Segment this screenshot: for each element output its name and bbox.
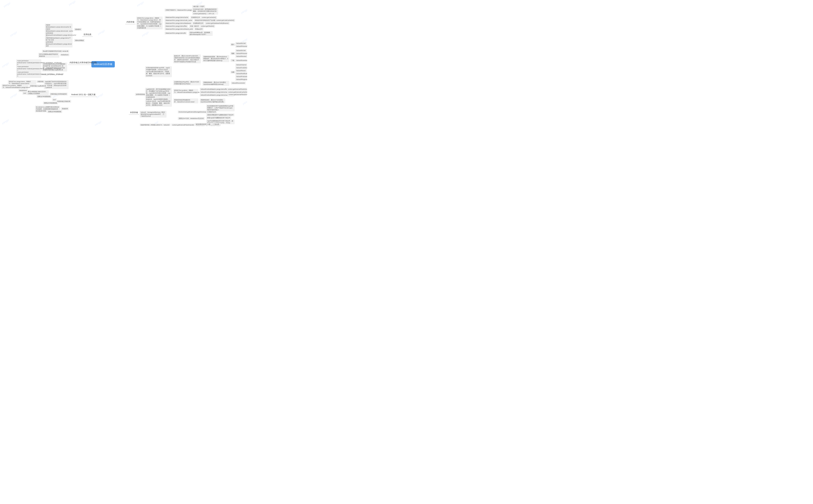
leaf: 返回的数组有两个元素，一个是自带外部存储存储，另一个是刚插入的SD卡	[195, 123, 221, 126]
leaf: 自带外部存储/sdcard/Android/data/cn.yangyi.dem…	[45, 41, 72, 47]
leaf: /data/user/0/cn.yangyi.demo/lib	[164, 32, 187, 35]
leaf: 外部存储之其他目录	[56, 100, 71, 103]
branch-external[interactable]: 外部存储	[129, 110, 139, 115]
leaf: 存放数据库文件	[192, 22, 205, 25]
leaf: /data/user/0/cn.yangyi.demo/code_cache	[164, 19, 193, 22]
leaf: /sdcard/Audiobooks/	[235, 66, 247, 69]
leaf: App自身产生的文件应该存放在自己的目录下，App无需申请访问权限即可申请，其他…	[44, 80, 69, 89]
leaf: 存放运行时代码优化等产生的缓存	[194, 19, 218, 22]
leaf: /data/user/0/cn.yangyi.demo/databases	[164, 22, 192, 25]
leaf: 文档和其他文件(pdf等)，通过SAF访问并获取到被访问文件的uri	[173, 80, 201, 85]
leaf: 清除应用数据时不会删除该路径下的文件	[206, 113, 235, 116]
leaf: /data/user/0/cn.yangyi.demo/shared_prefs	[164, 28, 194, 31]
leaf: /sdcard/Pictures/	[235, 52, 247, 55]
leaf: files表中存放着共享文件信息	[42, 50, 63, 53]
watermark: yangyi	[1, 62, 9, 68]
edge-layer	[0, 0, 49, 24]
leaf: /sdcard/Movies/	[235, 55, 247, 58]
leaf: 外部存储之共享存储空间	[50, 93, 68, 96]
leaf: 直接构造路径，通过SAF访问(通过InputStream转化为最终输出的结果)	[200, 98, 226, 103]
leaf: 需要运行时权限授权	[43, 102, 58, 104]
leaf: 0表示第一个用户	[192, 5, 205, 8]
branch-internal[interactable]: 内部存储	[125, 20, 135, 24]
leaf: 需要运行时权限授权	[36, 95, 52, 98]
leaf: /sdcard/Pictures/	[235, 45, 247, 48]
leaf: context.getFilesDir()	[200, 25, 215, 28]
watermark: yangyi	[10, 31, 18, 37]
leaf: MediaStore	[60, 53, 69, 56]
leaf: MediaStore	[18, 89, 28, 92]
watermark: yangyi	[3, 2, 11, 8]
leaf: 需通过SAF访问，MediaStore无法访问	[178, 117, 205, 120]
leaf: /sdcard/Documents/	[231, 82, 246, 84]
leaf: 音频	[231, 71, 235, 74]
node-clear-all[interactable]: 清除全部数据	[74, 39, 85, 42]
leaf: /sdcard/Notifications/	[235, 72, 247, 75]
leaf: context.getCodeCacheDir()	[216, 19, 235, 22]
leaf: context.getExternalFilesDir(null);	[227, 88, 247, 91]
leaf: /data/user/0/cn.yangyi.demo/cache	[164, 16, 189, 19]
leaf: 其他目录	[61, 107, 69, 110]
watermark: yangyi	[94, 120, 102, 126]
leaf: context.getDataDir() — API>=24	[192, 12, 215, 15]
leaf: 存放sp文件	[194, 28, 204, 31]
leaf: 系统或其他应用创建的目录，/sdcard/com.tencent.news/	[173, 98, 198, 103]
branch-app-info[interactable]: 应用信息	[82, 32, 93, 37]
leaf: context.getCacheDir()	[201, 16, 217, 19]
leaf: 需要运行时权限授权	[47, 110, 62, 113]
leaf: 存放缓存文件	[190, 16, 201, 19]
leaf: 设包名为cn.yy.demo，则路径为：/sdcard/Android/data…	[2, 84, 28, 89]
leaf: SAF	[22, 92, 27, 95]
leaf: 卸载App也不能删除该目录下的文件	[206, 116, 231, 119]
watermark: yangyi	[136, 1, 144, 7]
leaf: /sdcard/Podcasts/	[235, 75, 247, 78]
leaf: /sdcard/Android/data/cn.yangyi.demo/file…	[200, 88, 229, 91]
branch-shared-read[interactable]: 内部存储之共享存储空间的读取	[68, 61, 98, 65]
leaf: context.getExternalFilesDirs(null);	[171, 123, 195, 126]
leaf: <uses-permission android:name="android.p…	[16, 71, 41, 78]
leaf: 视频	[231, 52, 235, 55]
leaf: 通过Uri构造输入输出流访问，Uri获取方式有两种	[27, 90, 49, 95]
leaf: 类中记录着files表的字段并目映射别名	[38, 53, 59, 58]
leaf: 设包名为cn.yy.demo，则路径为：/sdcard/Android/data…	[173, 89, 198, 94]
leaf: 设包名为cn.yangyi.demo，则路径为：/data/data/cn.ya…	[136, 17, 162, 29]
leaf: /sdcard/Download/	[235, 59, 247, 62]
watermark: yangyi	[241, 8, 247, 14]
branch-adapt[interactable]: Android 10/11 统一适配方案	[70, 93, 97, 97]
leaf: 方便操作文件	[206, 110, 217, 113]
leaf: /sdcard/DCIM/	[235, 49, 247, 52]
leaf: 直接构造路径，通过SAF访问(通过InputStream最终构造出bitmap)	[202, 81, 229, 86]
leaf: /sdcard/Android/data/cn.yangyi.demo/cach…	[200, 91, 230, 94]
leaf: /sdcard/、/storage/self/primary【真正指向的是/st…	[140, 111, 166, 118]
leaf: /sdcard/Ringtones/	[235, 78, 247, 81]
leaf: App私有目录，用于存储容量较大的文件，即使删除了也不影响App正常功能，App…	[145, 88, 172, 99]
leaf: 访问或者遍历/sdcard目录需要跳转新页面申请【访问所有文件】权限，注意此权限…	[42, 63, 67, 71]
watermark: yangyi	[68, 0, 76, 6]
node-builtin-ext[interactable]: 自带外部存储	[135, 93, 146, 96]
leaf: 拓展外部存储（外部插入的SD卡）	[140, 123, 164, 126]
leaf: 其他目录，App访问需要申请权限，Android 10以后，App无法通过路径直…	[145, 98, 172, 107]
leaf: SAF	[52, 98, 57, 101]
leaf: context.getExternalFilesDir(Environment.…	[228, 93, 246, 96]
watermark: yangyi	[141, 31, 149, 37]
leaf: /sdcard1/	[162, 123, 170, 126]
leaf: /sdcard/Music/	[235, 69, 247, 72]
leaf: 存放App依赖的so库，是软链接，指向/data/app/的子目录下	[188, 31, 213, 36]
leaf: /sdcard/DCIM/	[235, 42, 247, 45]
watermark: yangyi	[10, 93, 18, 99]
leaf: 共享存储空间(所有App共享)，App访问需要申请权限，Android 10以后…	[145, 66, 172, 77]
leaf: 媒体文件，通过ContentProvider访问，读取时查找对应Android本…	[173, 54, 201, 63]
watermark: yangyi	[1, 119, 9, 125]
leaf: Environment.getExternalStorageDirectory(…	[178, 110, 208, 113]
leaf: context.getDatabasePath(dbname)	[205, 22, 230, 25]
node-clear-cache[interactable]: 清除缓存	[74, 28, 82, 31]
watermark: yangyi	[242, 99, 247, 105]
leaf: 直接构造路径获取，通过MediaStore获取路径，通过MediaStore获取…	[202, 55, 229, 62]
leaf: 外部存储之App私有目录	[29, 84, 47, 87]
leaf: 存放一般文件	[189, 25, 200, 28]
watermark: yangyi	[97, 29, 105, 36]
leaf: 下载	[231, 59, 235, 62]
leaf: 图片	[231, 43, 235, 46]
leaf: /data/user/0/cn.yangyi.demo/files	[164, 25, 188, 28]
leaf: 内部存储	[37, 80, 44, 83]
